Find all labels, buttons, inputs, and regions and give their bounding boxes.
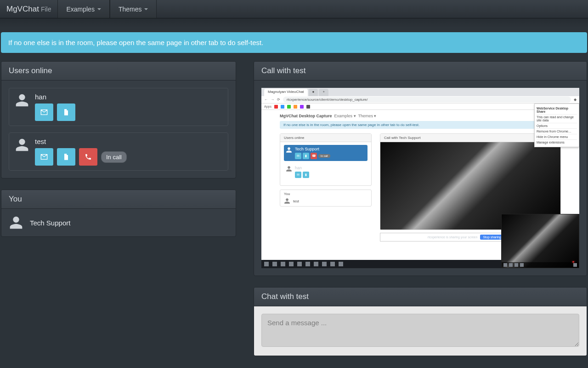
users-online-panel: Users online han: [1, 61, 236, 178]
reload-icon: ⟳: [277, 98, 280, 102]
file-button[interactable]: [57, 104, 75, 121]
file-button[interactable]: [57, 148, 75, 166]
avatar-icon: [15, 93, 29, 108]
you-name: Tech Support: [30, 219, 70, 227]
info-alert: If no one else is in the room, please op…: [1, 32, 587, 53]
nav-themes-label: Themes: [119, 6, 142, 13]
brand-sub: File: [41, 6, 51, 13]
message-input[interactable]: [261, 314, 579, 347]
browser-tab: Magnolyan VideoChat: [264, 89, 308, 96]
back-icon: ←: [264, 98, 268, 102]
url-bar: rtcxperience/source/client/demo/desktop_…: [283, 97, 571, 103]
chevron-down-icon: [144, 8, 148, 10]
mini-alert: If no one else is in the room, please op…: [280, 121, 561, 129]
extension-icon: ◆: [574, 98, 577, 102]
brand-text: MgVChat: [6, 5, 39, 14]
nav-examples[interactable]: Examples: [57, 0, 109, 18]
user-name: han: [35, 93, 222, 101]
phone-icon: [85, 153, 92, 161]
browser-tab: ●: [309, 89, 318, 96]
pip-video: [501, 214, 579, 268]
hangup-button[interactable]: [79, 148, 97, 166]
users-online-title: Users online: [1, 62, 236, 80]
bookmarks-bar: Apps: [261, 104, 579, 110]
user-card-test: test In call: [9, 132, 228, 171]
extension-popup: WebService Desktop Share This can read a…: [534, 104, 579, 147]
you-panel: You Tech Support: [1, 190, 236, 237]
user-card-han: han: [9, 88, 228, 126]
navbar: MgVChat File Examples Themes: [0, 0, 588, 18]
chat-title: Chat with test: [254, 288, 587, 306]
chevron-down-icon: [97, 8, 101, 10]
call-title: Call with test: [254, 62, 587, 80]
mail-icon: [40, 153, 48, 161]
mail-icon: [40, 109, 48, 116]
user-name: test: [35, 138, 222, 145]
avatar-icon: [15, 138, 29, 152]
message-button[interactable]: [35, 148, 53, 166]
you-title: You: [1, 190, 236, 209]
call-panel: Call with test Magnolyan VideoChat ● + ←…: [254, 61, 587, 276]
video-area: Magnolyan VideoChat ● + ← → ⟳ rtcxperien…: [261, 88, 579, 268]
new-tab-button: +: [319, 89, 328, 96]
message-button[interactable]: [35, 104, 53, 121]
file-icon: [62, 153, 70, 161]
file-icon: [62, 109, 70, 116]
brand[interactable]: MgVChat File: [0, 0, 57, 18]
chat-panel: Chat with test: [254, 287, 587, 356]
nav-examples-label: Examples: [66, 6, 94, 13]
info-alert-text: If no one else is in the room, please op…: [8, 39, 263, 46]
nav-themes[interactable]: Themes: [110, 0, 157, 18]
forward-icon: →: [271, 98, 274, 102]
status-badge: In call: [101, 151, 127, 163]
avatar-icon: [9, 215, 23, 230]
